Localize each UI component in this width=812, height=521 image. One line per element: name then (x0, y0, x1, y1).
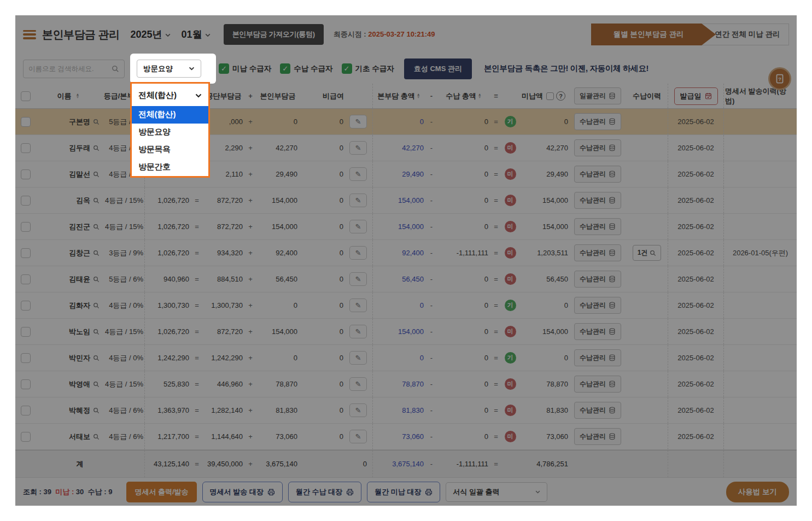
service-type-select-value: 방문요양 (143, 64, 173, 74)
dropdown-option-visit-nursing[interactable]: 방문간호 (132, 159, 208, 176)
app-window: 본인부담금 관리 2025년 01월 본인부담금 가져오기(롱텀) 최종시점 :… (15, 15, 797, 506)
chevron-down-icon (189, 67, 195, 71)
dropdown-option-visit-bath[interactable]: 방문목욕 (132, 141, 208, 159)
chevron-down-icon (195, 93, 202, 98)
dropdown-option-visit-care[interactable]: 방문요양 (132, 124, 208, 141)
dropdown-value-label: 전체(합산) (138, 90, 177, 101)
dropdown-current-value[interactable]: 전체(합산) (132, 84, 208, 106)
dropdown-option-all[interactable]: 전체(합산) (132, 106, 208, 124)
service-type-dropdown: 전체(합산) 전체(합산) 방문요양 방문목욕 방문간호 (130, 82, 210, 178)
service-type-select[interactable]: 방문요양 (137, 60, 201, 78)
